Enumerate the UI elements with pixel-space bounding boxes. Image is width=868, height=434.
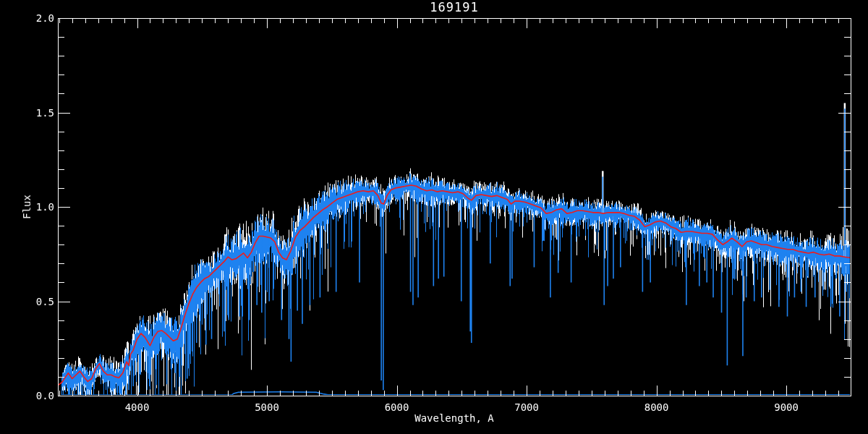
x-axis-title: Wavelength, A [58,412,851,424]
x-tick-label: 5000 [242,401,292,413]
y-tick-label: 2.0 [22,12,54,24]
y-tick-label: 1.5 [22,107,54,119]
x-tick-label: 8000 [631,401,682,413]
x-tick-label: 7000 [501,401,552,413]
y-tick-label: 1.0 [22,201,54,213]
plot-title: 169191 [58,0,851,14]
spectrum-canvas [0,0,868,434]
y-tick-label: 0.5 [22,296,54,307]
spectrum-plot: 169191 Flux Wavelength, A 0.00.51.01.52.… [0,0,868,434]
x-tick-label: 9000 [761,401,812,413]
y-tick-label: 0.0 [22,390,54,401]
x-tick-label: 6000 [372,401,422,413]
x-tick-label: 4000 [112,401,163,413]
